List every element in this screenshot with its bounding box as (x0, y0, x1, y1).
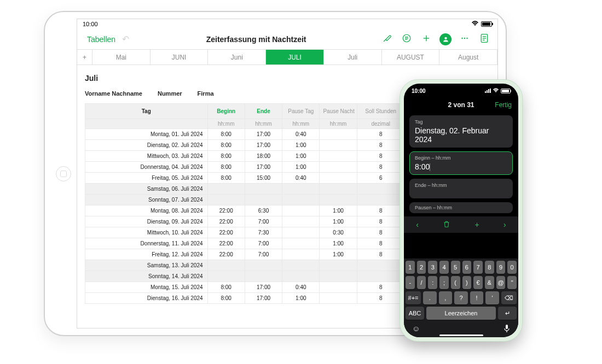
sheet-tab[interactable]: August (439, 50, 497, 64)
cell[interactable]: 15:00 (245, 173, 282, 184)
cell[interactable]: 8 (357, 282, 404, 293)
key[interactable]: . (423, 291, 437, 304)
cell[interactable]: 0:30 (320, 227, 357, 238)
key-space[interactable]: Leerzeichen (426, 307, 496, 320)
key[interactable]: ; (439, 276, 449, 289)
key[interactable]: - (406, 276, 415, 289)
cell[interactable]: Mittwoch, 10. Juli 2024 (85, 227, 208, 238)
sub-hhmm[interactable]: hh:mm (282, 119, 320, 129)
cell[interactable]: 8 (357, 151, 404, 162)
cell[interactable] (245, 184, 282, 195)
cell[interactable]: Samstag, 13. Juli 2024 (85, 260, 208, 271)
cell[interactable]: Dienstag, 02. Juli 2024 (85, 140, 208, 151)
cell[interactable]: Dienstag, 09. Juli 2024 (85, 216, 208, 227)
back-button[interactable]: Tabellen (84, 33, 119, 46)
add-sheet-button[interactable]: + (77, 50, 92, 64)
home-indicator[interactable] (439, 334, 483, 336)
col-pause-nacht[interactable]: Pause Nacht (320, 104, 357, 119)
cell[interactable] (245, 195, 282, 206)
cell[interactable]: 6 (357, 173, 404, 184)
delete-button[interactable] (443, 220, 450, 230)
emoji-button[interactable]: ☺ (412, 324, 420, 334)
cell[interactable]: Montag, 08. Juli 2024 (85, 206, 208, 216)
cell[interactable] (320, 140, 357, 151)
undo-icon[interactable]: ↶ (119, 34, 132, 44)
prev-record-button[interactable]: ‹ (416, 220, 419, 229)
cell[interactable]: 8 (357, 140, 404, 151)
home-button[interactable] (56, 166, 71, 181)
cell[interactable]: 7:00 (245, 216, 282, 227)
cell[interactable] (282, 195, 320, 206)
cell[interactable]: 8:00 (207, 293, 245, 304)
col-ende[interactable]: Ende (245, 104, 282, 119)
key-return[interactable]: ↵ (498, 307, 517, 320)
key[interactable]: € (473, 276, 483, 289)
key[interactable]: ! (470, 291, 484, 304)
key[interactable]: , (439, 291, 453, 304)
cell[interactable] (357, 271, 404, 282)
mic-button[interactable] (503, 324, 510, 334)
col-soll[interactable]: Soll Stunden (357, 104, 404, 119)
cell[interactable]: 7:00 (245, 238, 282, 249)
cell[interactable]: 1:00 (282, 140, 320, 151)
cell[interactable]: 17:00 (245, 282, 282, 293)
cell[interactable]: 22:00 (207, 238, 245, 249)
cell[interactable] (282, 184, 320, 195)
col-pause-tag[interactable]: Pause Tag (282, 104, 320, 119)
cell[interactable] (320, 162, 357, 173)
cell[interactable]: 8:00 (207, 173, 245, 184)
sheet-tab[interactable]: Juli (324, 50, 382, 64)
cell[interactable] (282, 249, 320, 260)
key[interactable]: 6 (462, 261, 472, 274)
cell[interactable]: 8:00 (207, 129, 245, 140)
cell[interactable]: 8:00 (207, 151, 245, 162)
collaborate-icon[interactable] (439, 33, 452, 45)
cell[interactable]: 7:00 (245, 249, 282, 260)
cell[interactable]: 8 (357, 162, 404, 173)
cell[interactable]: 1:00 (320, 238, 357, 249)
cell[interactable]: 22:00 (207, 216, 245, 227)
sub-dezimal[interactable]: dezimal (357, 119, 404, 129)
cell[interactable]: 22:00 (207, 249, 245, 260)
cell[interactable]: 1:00 (282, 151, 320, 162)
key[interactable]: 2 (417, 261, 426, 274)
cell[interactable] (320, 260, 357, 271)
cell[interactable] (282, 238, 320, 249)
cell[interactable]: Freitag, 05. Juli 2024 (85, 173, 208, 184)
key[interactable]: 1 (406, 261, 415, 274)
key[interactable]: @ (496, 276, 506, 289)
field-tag[interactable]: Tag Dienstag, 02. Februar 2024 (409, 115, 513, 148)
cell[interactable]: 1:00 (282, 293, 320, 304)
cell[interactable]: 8 (357, 216, 404, 227)
more-icon[interactable] (458, 33, 471, 45)
key[interactable]: 5 (451, 261, 460, 274)
key[interactable]: 4 (439, 261, 449, 274)
cell[interactable] (207, 271, 245, 282)
list-icon[interactable] (400, 33, 413, 45)
cell[interactable]: 8 (357, 129, 404, 140)
sub-hhmm[interactable]: hh:mm (207, 119, 245, 129)
cell[interactable]: Montag, 01. Juli 2024 (85, 129, 208, 140)
cell[interactable] (357, 260, 404, 271)
sheet-tab[interactable]: Mai (92, 50, 150, 64)
cell[interactable]: 0:40 (282, 173, 320, 184)
sheet-tab[interactable]: Juni (208, 50, 266, 64)
cell[interactable]: 17:00 (245, 162, 282, 173)
cell[interactable]: 8 (357, 206, 404, 216)
sheet-tab[interactable]: JUNI (150, 50, 209, 64)
key[interactable]: " (507, 276, 517, 289)
cell[interactable]: 0:40 (282, 282, 320, 293)
cell[interactable]: 17:00 (245, 140, 282, 151)
key[interactable]: 8 (485, 261, 494, 274)
cell[interactable] (320, 282, 357, 293)
cell[interactable]: 8 (357, 238, 404, 249)
cell[interactable]: Dienstag, 16. Juli 2024 (85, 293, 208, 304)
document-icon[interactable] (478, 33, 491, 45)
cell[interactable]: 7:30 (245, 227, 282, 238)
cell[interactable] (282, 271, 320, 282)
cell[interactable]: 17:00 (245, 293, 282, 304)
cell[interactable]: 18:00 (245, 151, 282, 162)
field-pausen[interactable]: Pausen – hh:mm (409, 202, 513, 213)
cell[interactable]: Mittwoch, 03. Juli 2024 (85, 151, 208, 162)
cell[interactable]: 1:00 (320, 206, 357, 216)
